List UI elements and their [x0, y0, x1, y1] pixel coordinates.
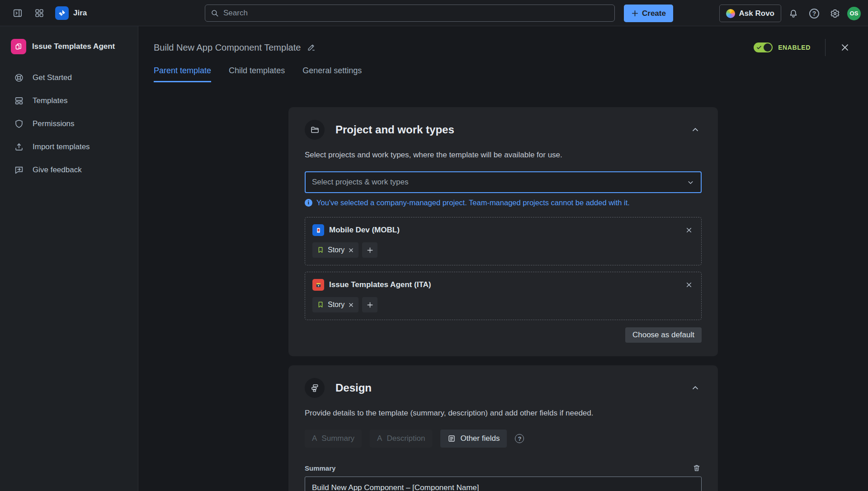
plus-icon: [631, 9, 639, 17]
sidebar-item-templates[interactable]: Templates: [0, 89, 138, 112]
sidebar-item-label: Get Started: [33, 73, 72, 82]
feedback-bubble-icon: [14, 165, 24, 175]
select-placeholder: Select projects & work types: [312, 178, 687, 187]
project-type-info: i You've selected a company-managed proj…: [305, 198, 702, 207]
add-description-field-button[interactable]: A Description: [370, 430, 432, 448]
help-icon: ?: [809, 9, 819, 19]
sidebar-toggle-button[interactable]: [9, 5, 26, 22]
collapse-card-button[interactable]: [689, 382, 702, 394]
sidebar-item-give-feedback[interactable]: Give feedback: [0, 158, 138, 181]
template-content: Project and work types Select projects a…: [138, 82, 868, 491]
story-bookmark-icon: [317, 301, 324, 308]
add-work-type-button[interactable]: [362, 242, 377, 258]
template-tabs: Parent template Child templates General …: [154, 66, 852, 82]
check-icon: [756, 45, 762, 50]
work-type-label: Story: [328, 301, 344, 309]
sidebar-item-label: Templates: [33, 96, 67, 105]
project-work-types-card: Project and work types Select projects a…: [288, 107, 718, 356]
global-search[interactable]: [205, 5, 615, 22]
help-button[interactable]: ?: [806, 5, 823, 22]
remove-project-button[interactable]: [684, 225, 694, 235]
ask-rovo-label: Ask Rovo: [739, 9, 774, 18]
letter-a-icon: A: [377, 434, 382, 443]
search-input[interactable]: [223, 9, 609, 18]
add-work-type-button[interactable]: [362, 297, 377, 312]
collapse-card-button[interactable]: [689, 123, 702, 136]
field-button-label: Description: [387, 434, 425, 443]
toggle-knob: [764, 43, 772, 52]
app-sidebar: Issue Templates Agent Get Started Templa…: [0, 26, 138, 491]
summary-field-label: Summary: [305, 464, 335, 472]
card-description: Provide details to the template (summary…: [305, 409, 702, 418]
folder-icon: [305, 120, 325, 140]
sidebar-app-title: Issue Templates Agent: [32, 42, 115, 51]
tab-general-settings[interactable]: General settings: [302, 66, 362, 82]
story-bookmark-icon: [317, 246, 324, 254]
tab-parent-template[interactable]: Parent template: [154, 66, 211, 82]
issue-templates-agent-icon: [11, 39, 26, 54]
field-button-label: Other fields: [460, 434, 500, 443]
projects-work-types-select[interactable]: Select projects & work types: [305, 171, 702, 193]
project-name: Mobile Dev (MOBL): [329, 226, 679, 235]
search-icon: [211, 9, 219, 17]
avatar[interactable]: OS: [847, 7, 861, 20]
remove-work-type-button[interactable]: [348, 302, 354, 308]
selected-project-mobile-dev: Mobile Dev (MOBL) Story: [305, 217, 702, 265]
sidebar-item-import-templates[interactable]: Import templates: [0, 135, 138, 158]
create-button-label: Create: [642, 9, 666, 18]
upload-icon: [14, 142, 24, 152]
template-header: Build New App Component Template ENABLED: [138, 26, 868, 82]
life-ring-icon: [14, 73, 24, 83]
topbar-left-group: Jira: [9, 5, 87, 22]
enabled-toggle[interactable]: [754, 42, 773, 52]
document-lines-icon: [448, 434, 456, 443]
work-type-tag-story: Story: [312, 297, 359, 312]
letter-a-icon: A: [312, 434, 317, 443]
template-status-controls: ENABLED: [754, 39, 852, 56]
sidebar-item-label: Import templates: [33, 142, 90, 151]
tab-child-templates[interactable]: Child templates: [229, 66, 285, 82]
chevron-down-icon: [687, 179, 694, 186]
sidebar-item-permissions[interactable]: Permissions: [0, 112, 138, 135]
info-message: You've selected a company-managed projec…: [316, 198, 630, 207]
top-navigation-bar: Jira Create Ask Rovo ? OS: [0, 0, 868, 26]
remove-work-type-button[interactable]: [348, 247, 354, 253]
field-buttons-row: A Summary A Description Other fields ?: [305, 430, 702, 448]
layout-grid-icon: [14, 96, 24, 106]
summary-field-input[interactable]: [305, 477, 702, 491]
page-title: Build New App Component Template: [154, 42, 301, 53]
chevron-up-icon: [691, 125, 700, 134]
info-icon: i: [305, 199, 312, 207]
work-type-label: Story: [328, 246, 344, 254]
sidebar-item-get-started[interactable]: Get Started: [0, 66, 138, 89]
close-template-button[interactable]: [838, 41, 852, 54]
shield-icon: [14, 119, 24, 129]
choose-as-default-button[interactable]: Choose as default: [625, 327, 702, 343]
rovo-logo-icon: [726, 9, 735, 18]
add-other-fields-button[interactable]: Other fields: [440, 430, 507, 448]
delete-summary-field-button[interactable]: [692, 463, 702, 473]
close-icon: [685, 281, 693, 288]
sidebar-app-header: Issue Templates Agent: [0, 39, 138, 54]
notifications-button[interactable]: [785, 5, 802, 22]
status-badge: ENABLED: [778, 44, 811, 51]
add-summary-field-button[interactable]: A Summary: [305, 430, 362, 448]
pencil-icon: [307, 43, 316, 52]
fields-help-icon[interactable]: ?: [515, 434, 524, 443]
app-switcher-button[interactable]: [31, 5, 48, 22]
project-avatar-mobile-icon: [312, 224, 324, 236]
ask-rovo-button[interactable]: Ask Rovo: [719, 5, 781, 22]
create-button[interactable]: Create: [624, 5, 673, 22]
edit-title-button[interactable]: [307, 43, 316, 52]
card-description: Select projects and work types, where th…: [305, 151, 702, 160]
remove-project-button[interactable]: [684, 280, 694, 290]
close-icon: [840, 42, 850, 52]
sidebar-item-label: Give feedback: [33, 165, 82, 175]
close-icon: [348, 302, 354, 308]
settings-button[interactable]: [826, 5, 844, 22]
topbar-right-group: Ask Rovo ? OS: [719, 5, 861, 22]
jira-home-link[interactable]: Jira: [55, 6, 87, 20]
jira-logo-icon: [55, 6, 69, 20]
design-card: Design Provide details to the template (…: [288, 365, 718, 491]
main-panel: Build New App Component Template ENABLED: [138, 26, 868, 491]
